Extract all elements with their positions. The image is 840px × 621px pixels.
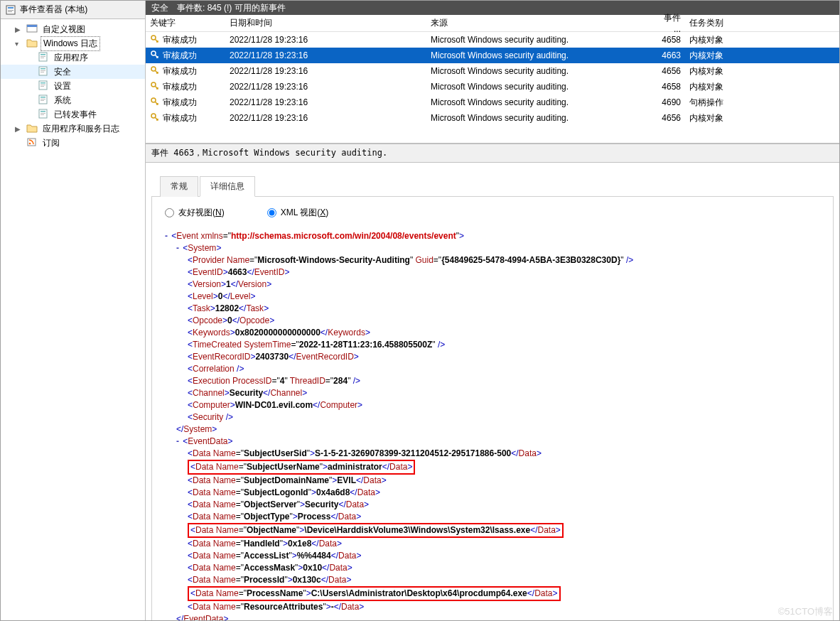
tree-item-label: 订阅 [41, 136, 62, 150]
tree-item-label: Windows 日志 [41, 36, 100, 51]
key-icon [150, 112, 160, 124]
tab-general[interactable]: 常规 [160, 176, 198, 197]
main-pane: 安全 事件数: 845 (!) 可用的新事件 关键字 日期和时间 来源 事件 .… [146, 1, 839, 620]
log-icon [35, 66, 52, 78]
subscription-icon [23, 137, 41, 149]
tree-item[interactable]: 安全 [1, 65, 145, 79]
svg-rect-13 [41, 72, 44, 72]
svg-rect-11 [41, 68, 45, 70]
tree-item-label: 应用程序和服务日志 [41, 122, 122, 136]
svg-rect-15 [41, 82, 45, 84]
tree-item-label: 安全 [52, 65, 73, 79]
log-icon [35, 80, 52, 92]
tree-item[interactable]: ▶应用程序和服务日志 [1, 122, 145, 136]
tree-item[interactable]: ▶自定义视图 [1, 22, 145, 36]
grid-body[interactable]: 审核成功2022/11/28 19:23:16Microsoft Windows… [146, 32, 839, 143]
topbar-scope: 安全 [151, 2, 168, 14]
eventviewer-icon [5, 4, 16, 16]
detail-header: 事件 4663，Microsoft Windows security audit… [146, 144, 839, 163]
log-icon [35, 52, 52, 64]
folder-icon [23, 123, 41, 135]
svg-rect-20 [41, 99, 45, 99]
svg-rect-19 [41, 97, 45, 98]
svg-rect-3 [8, 11, 12, 12]
twisty-icon[interactable]: ▾ [15, 40, 23, 48]
tree-item-label: 自定义视图 [41, 23, 87, 36]
radio-xml-view[interactable]: XML 视图(X) [267, 207, 329, 219]
svg-rect-25 [41, 114, 44, 115]
svg-rect-16 [41, 85, 45, 85]
event-grid: 关键字 日期和时间 来源 事件 ... 任务类别 审核成功2022/11/28 … [146, 15, 839, 144]
folder-icon [23, 38, 41, 50]
topbar: 安全 事件数: 845 (!) 可用的新事件 [146, 1, 839, 15]
tree: ▶自定义视图▾Windows 日志应用程序安全设置系统已转发事件▶应用程序和服务… [1, 19, 145, 153]
svg-rect-1 [8, 7, 14, 9]
svg-rect-23 [41, 111, 45, 112]
xml-content: - <Event xmlns="http://schemas.microsoft… [165, 230, 820, 620]
tree-item[interactable]: ▾Windows 日志 [1, 36, 145, 50]
log-icon [35, 94, 52, 107]
log-icon [35, 109, 52, 121]
svg-rect-7 [41, 54, 45, 55]
tree-item[interactable]: ▶订阅 [1, 136, 145, 150]
svg-rect-9 [41, 58, 44, 58]
key-icon [150, 65, 160, 77]
tree-item[interactable]: 已转发事件 [1, 107, 145, 122]
key-icon [150, 81, 160, 93]
tree-item-label: 系统 [52, 94, 73, 107]
tree-item-label: 应用程序 [52, 51, 90, 65]
key-icon [150, 34, 160, 46]
svg-rect-5 [27, 25, 37, 27]
col-datetime[interactable]: 日期和时间 [225, 14, 426, 32]
table-row[interactable]: 审核成功2022/11/28 19:23:16Microsoft Windows… [146, 48, 839, 63]
table-row[interactable]: 审核成功2022/11/28 19:23:16Microsoft Windows… [146, 79, 839, 94]
detail-pane: 常规 详细信息 友好视图(N) XML 视图(X) - <Event xmlns… [146, 163, 839, 620]
grid-header: 关键字 日期和时间 来源 事件 ... 任务类别 [146, 15, 839, 32]
tree-item-label: 设置 [52, 80, 73, 93]
sidebar: 事件查看器 (本地) ▶自定义视图▾Windows 日志应用程序安全设置系统已转… [1, 1, 146, 620]
tree-item[interactable]: 应用程序 [1, 50, 145, 65]
svg-rect-21 [41, 100, 44, 101]
svg-rect-12 [41, 70, 45, 71]
views-icon [23, 23, 41, 36]
svg-rect-8 [41, 56, 45, 57]
tree-item[interactable]: 系统 [1, 93, 145, 107]
twisty-icon[interactable]: ▶ [15, 26, 23, 33]
svg-rect-24 [41, 113, 45, 114]
tree-item-label: 已转发事件 [52, 108, 99, 122]
key-icon [150, 50, 160, 62]
tree-item[interactable]: 设置 [1, 79, 145, 93]
svg-rect-17 [41, 86, 44, 87]
table-row[interactable]: 审核成功2022/11/28 19:23:16Microsoft Windows… [146, 63, 839, 79]
tab-details[interactable]: 详细信息 [200, 176, 255, 197]
twisty-icon[interactable]: ▶ [15, 125, 23, 133]
table-row[interactable]: 审核成功2022/11/28 19:23:16Microsoft Windows… [146, 32, 839, 48]
svg-rect-2 [8, 10, 14, 11]
svg-point-27 [29, 142, 31, 144]
svg-rect-26 [28, 139, 36, 146]
radio-friendly-view[interactable]: 友好视图(N) [165, 207, 225, 219]
table-row[interactable]: 审核成功2022/11/28 19:23:16Microsoft Windows… [146, 110, 839, 126]
topbar-count: 事件数: 845 (!) 可用的新事件 [177, 2, 286, 14]
tabs: 常规 详细信息 [151, 168, 834, 196]
col-keyword[interactable]: 关键字 [146, 14, 225, 32]
key-icon [150, 97, 160, 109]
col-category[interactable]: 任务类别 [685, 14, 839, 32]
sidebar-title: 事件查看器 (本地) [1, 1, 145, 19]
col-source[interactable]: 来源 [426, 14, 651, 32]
tab-body: 友好视图(N) XML 视图(X) - <Event xmlns="http:/… [151, 196, 834, 620]
table-row[interactable]: 审核成功2022/11/28 19:23:16Microsoft Windows… [146, 94, 839, 110]
